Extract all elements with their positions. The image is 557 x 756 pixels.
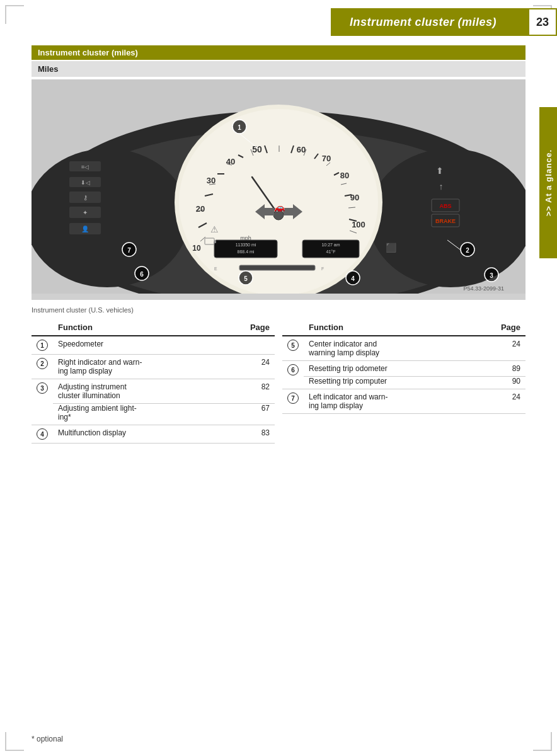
svg-point-3: [32, 149, 189, 287]
svg-text:113350 mi: 113350 mi: [236, 243, 256, 247]
function-reset-computer: Resetting trip computer: [304, 377, 494, 389]
left-table: Function Page 1 Speedometer 2 Right indi…: [32, 319, 275, 444]
svg-text:10:27 am: 10:27 am: [321, 243, 340, 247]
callout-7: 7: [287, 392, 299, 404]
image-caption: Instrument cluster (U.S. vehicles): [32, 306, 134, 314]
image-caption-area: Instrument cluster (U.S. vehicles): [32, 305, 525, 314]
table-row: 6 Resetting trip odometer 89: [282, 361, 525, 377]
svg-text:6: 6: [140, 271, 144, 278]
svg-text:41°F: 41°F: [326, 249, 336, 254]
svg-text:4: 4: [351, 275, 355, 282]
callout-4: 4: [37, 428, 48, 440]
header-title: Instrument cluster (miles): [350, 16, 497, 29]
svg-text:1: 1: [238, 124, 241, 131]
tables-row: Function Page 1 Speedometer 2 Right indi…: [32, 319, 525, 444]
svg-text:⚷: ⚷: [83, 194, 88, 201]
sub-header: Miles: [32, 61, 525, 77]
svg-text:P54.33-2099-31: P54.33-2099-31: [463, 285, 504, 292]
svg-text:≡◁: ≡◁: [81, 164, 89, 170]
table-row: 1 Speedometer: [32, 336, 275, 355]
svg-text:👤: 👤: [81, 225, 89, 233]
svg-text:⬆: ⬆: [436, 166, 444, 176]
table-row: 5 Center indicator andwarning lamp displ…: [282, 336, 525, 361]
section-header-text: Instrument cluster (miles): [38, 48, 138, 57]
svg-text:🚗: 🚗: [274, 202, 285, 213]
svg-text:20: 20: [196, 204, 205, 214]
instrument-image: 10 20 30 40 50 60 70 80 90 100 mph 🚗 11: [32, 79, 525, 300]
right-col-function: Function: [304, 319, 494, 336]
svg-text:7: 7: [127, 247, 131, 254]
svg-text:⬛: ⬛: [386, 243, 397, 253]
svg-text:70: 70: [322, 154, 331, 163]
cluster-svg: 10 20 30 40 50 60 70 80 90 100 mph 🚗 11: [32, 79, 525, 294]
svg-text:E: E: [214, 266, 217, 271]
right-table: Function Page 5 Center indicator andwarn…: [282, 319, 525, 444]
corner-mark-bl: [5, 732, 24, 751]
svg-text:90: 90: [350, 193, 359, 202]
svg-text:5: 5: [244, 275, 248, 282]
callout-1: 1: [37, 340, 48, 351]
callout-5: 5: [287, 340, 299, 351]
sub-header-text: Miles: [38, 64, 59, 74]
svg-text:✦: ✦: [83, 209, 88, 216]
function-left-indicator: Left indicator and warn-ing lamp display: [304, 389, 494, 414]
callout-3: 3: [37, 382, 48, 394]
callout-2: 2: [37, 358, 48, 369]
svg-text:⬇◁: ⬇◁: [81, 180, 90, 186]
left-col-page: Page: [243, 319, 275, 336]
svg-text:2: 2: [466, 247, 469, 254]
top-header: Instrument cluster (miles) 23: [0, 0, 557, 44]
callout-6: 6: [287, 364, 299, 375]
function-right-indicator: Right indicator and warn-ing lamp displa…: [53, 355, 243, 379]
svg-text:50: 50: [252, 144, 262, 154]
svg-rect-50: [239, 265, 315, 270]
left-col-function: Function: [53, 319, 243, 336]
table-row: 3 Adjusting instrumentcluster illuminati…: [32, 379, 275, 404]
page-number: 23: [528, 8, 557, 36]
section-header: Instrument cluster (miles): [32, 45, 525, 60]
table-row: 7 Left indicator and warn-ing lamp displ…: [282, 389, 525, 414]
svg-text:ABS: ABS: [439, 203, 451, 209]
left-function-table: Function Page 1 Speedometer 2 Right indi…: [32, 319, 275, 444]
svg-text:80: 80: [340, 171, 349, 180]
sidebar-tab: >> At a glance.: [539, 107, 557, 258]
footer-note: * optional: [32, 735, 63, 743]
footer-text: * optional: [32, 735, 63, 743]
svg-text:60: 60: [297, 145, 306, 154]
function-multifunction: Multifunction display: [53, 425, 243, 444]
svg-rect-65: [214, 240, 216, 243]
function-adj-ambient: Adjusting ambient light-ing*: [53, 404, 243, 425]
svg-text:30: 30: [207, 176, 215, 185]
right-col-page: Page: [494, 319, 525, 336]
right-function-table: Function Page 5 Center indicator andwarn…: [282, 319, 525, 414]
sidebar-label: >> At a glance.: [544, 149, 553, 216]
svg-text:F: F: [321, 266, 324, 271]
corner-mark-br: [533, 732, 552, 751]
function-reset-trip: Resetting trip odometer: [304, 361, 494, 377]
svg-text:3: 3: [490, 272, 493, 279]
svg-text:↑: ↑: [439, 181, 444, 192]
table-row: 2 Right indicator and warn-ing lamp disp…: [32, 355, 275, 379]
function-speedometer: Speedometer: [53, 336, 243, 355]
main-content: Instrument cluster (miles) Miles: [32, 45, 525, 718]
function-center-indicator: Center indicator andwarning lamp display: [304, 336, 494, 361]
svg-text:868.4 mi: 868.4 mi: [238, 249, 255, 254]
table-row: Resetting trip computer 90: [282, 377, 525, 389]
table-row: 4 Multifunction display 83: [32, 425, 275, 444]
header-title-area: Instrument cluster (miles): [331, 8, 528, 36]
svg-text:100: 100: [352, 220, 365, 229]
svg-text:40: 40: [226, 157, 235, 166]
svg-text:10: 10: [192, 244, 201, 253]
svg-text:BRAKE: BRAKE: [435, 218, 456, 224]
table-row: Adjusting ambient light-ing* 67: [32, 404, 275, 425]
svg-text:⚠: ⚠: [210, 224, 219, 234]
function-adj-instrument: Adjusting instrumentcluster illumination: [53, 379, 243, 404]
